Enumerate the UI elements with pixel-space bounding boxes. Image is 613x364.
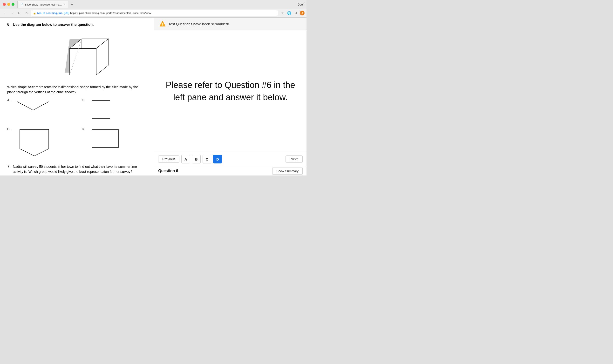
next-button[interactable]: Next — [286, 156, 303, 163]
user-avatar[interactable]: J — [300, 11, 305, 15]
url-domain: plus.allinlearning.com — [79, 12, 105, 14]
question-reference-area: Please refer to Question #6 in the left … — [154, 30, 307, 152]
refresh-icon[interactable]: ↺ — [293, 10, 299, 16]
answer-choice-d-button[interactable]: D — [213, 155, 222, 163]
back-button[interactable]: ← — [2, 10, 8, 16]
browser-chrome: 📄 Slide Show - practice-test-ma... ✕ + J… — [0, 0, 307, 18]
choice-b-svg — [15, 127, 53, 158]
lock-icon: 🔒 — [33, 12, 36, 14]
answer-choice-b-button[interactable]: B — [192, 155, 201, 163]
tab-title: Slide Show - practice-test-ma... — [25, 3, 62, 6]
choice-b-shape — [15, 127, 53, 158]
warning-text: Test Questions have been scrambled! — [168, 22, 229, 26]
choice-a-shape — [15, 98, 49, 113]
cube-diagram — [7, 32, 147, 80]
choice-d-shape — [90, 127, 121, 151]
warning-icon: ! — [159, 21, 166, 27]
cube-svg — [41, 32, 113, 80]
show-summary-button[interactable]: Show Summary — [272, 168, 303, 175]
question-7-block: 7. Nadia will survey 50 students in her … — [7, 164, 147, 175]
address-bar[interactable]: 🔒 ALL In Learning, Inc. [US] https:// pl… — [31, 10, 278, 16]
minimize-traffic-light[interactable] — [7, 3, 10, 6]
tab-close-button[interactable]: ✕ — [63, 3, 65, 6]
choice-d-svg — [90, 127, 121, 151]
answer-choice-a-button[interactable]: A — [181, 155, 190, 163]
main-area: 6. Use the diagram below to answer the q… — [0, 18, 307, 175]
active-tab[interactable]: 📄 Slide Show - practice-test-ma... ✕ — [17, 1, 68, 8]
question-7-text: Nadia will survey 50 students in her tow… — [13, 164, 147, 174]
svg-marker-7 — [20, 130, 49, 156]
right-pane: ! Test Questions have been scrambled! Pl… — [154, 18, 307, 175]
question-reference-text: Please refer to Question #6 in the left … — [159, 79, 302, 104]
svg-rect-8 — [92, 130, 118, 147]
home-button[interactable]: ⌂ — [24, 10, 29, 16]
question-7-number: 7. — [7, 164, 10, 169]
traffic-lights — [3, 3, 14, 6]
choice-b-label: B. — [7, 127, 12, 131]
question-label: Question 6 — [158, 169, 178, 173]
choice-c-svg — [90, 98, 114, 122]
choices-grid: A. C. — [7, 98, 147, 158]
brand-name: ALL In Learning, Inc. [US] — [37, 12, 69, 14]
svg-rect-1 — [70, 49, 96, 75]
question-6-text: Which shape best represents the 2-dimens… — [7, 85, 147, 95]
warning-banner: ! Test Questions have been scrambled! — [154, 18, 307, 30]
close-traffic-light[interactable] — [3, 3, 6, 6]
url-prefix: https:// — [70, 12, 78, 14]
new-tab-button[interactable]: + — [69, 1, 75, 7]
user-name: Joel — [298, 3, 304, 6]
choice-d[interactable]: D. — [82, 127, 147, 158]
reload-button[interactable]: ↻ — [16, 10, 22, 16]
question-6-number: 6. — [7, 22, 10, 27]
url-path: /portal/assessments/ELslideShowView — [106, 12, 151, 14]
bookmark-icon[interactable]: ☆ — [279, 10, 285, 16]
question-6-block: 6. Use the diagram below to answer the q… — [7, 22, 147, 158]
previous-button[interactable]: Previous — [158, 156, 179, 163]
choice-b[interactable]: B. — [7, 127, 72, 158]
forward-button[interactable]: → — [9, 10, 15, 16]
nav-icons-right: ☆ 🌐 ↺ J — [279, 10, 305, 16]
maximize-traffic-light[interactable] — [12, 3, 14, 6]
nav-bar: ← → ↻ ⌂ 🔒 ALL In Learning, Inc. [US] htt… — [0, 9, 307, 17]
tab-page-icon: 📄 — [21, 3, 23, 6]
globe-icon[interactable]: 🌐 — [286, 10, 292, 16]
status-bar: Question 6 Show Summary — [154, 166, 307, 175]
question-6-instruction: Use the diagram below to answer the ques… — [13, 22, 93, 26]
answer-choice-c-button[interactable]: C — [203, 155, 211, 163]
choice-a-label: A. — [7, 98, 12, 102]
choice-c-label: C. — [82, 98, 87, 102]
warning-triangle-svg: ! — [159, 21, 166, 27]
left-pane: 6. Use the diagram below to answer the q… — [0, 18, 154, 175]
svg-rect-6 — [92, 101, 110, 119]
answer-bar: Previous A B C D Next — [154, 152, 307, 166]
choice-c[interactable]: C. — [82, 98, 147, 122]
title-bar: 📄 Slide Show - practice-test-ma... ✕ + J… — [0, 0, 307, 9]
choice-d-label: D. — [82, 127, 87, 131]
svg-text:!: ! — [162, 22, 163, 26]
choice-a-svg — [15, 98, 49, 113]
choice-a[interactable]: A. — [7, 98, 72, 122]
choice-c-shape — [90, 98, 114, 122]
